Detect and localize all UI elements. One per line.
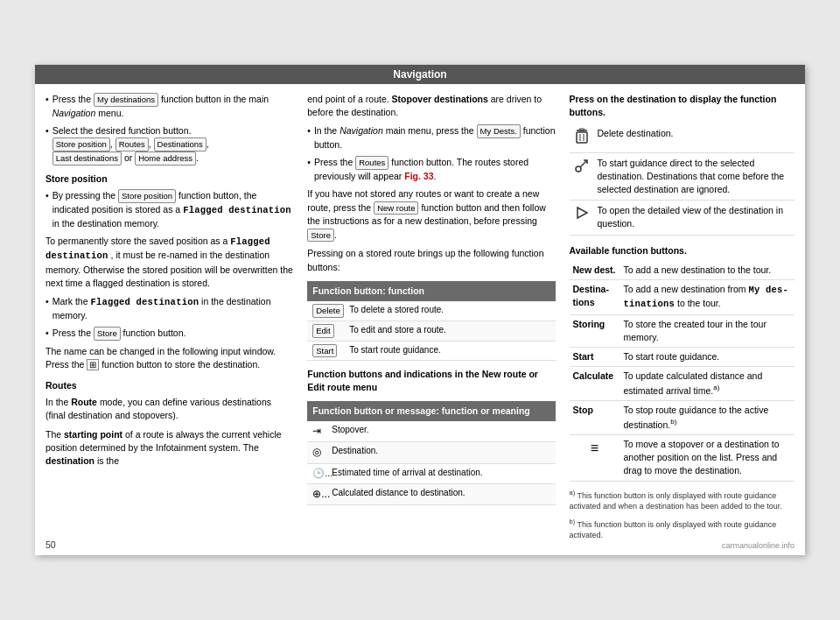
list-item: • In the Navigation main menu, press the… <box>307 124 555 151</box>
fig-ref: Fig. 33 <box>404 171 433 181</box>
stopover-icon: ⇥ <box>312 424 332 439</box>
flagged-dest-1: Flagged destination <box>183 205 291 215</box>
new-route-table-header: Function button or message: function or … <box>307 401 555 421</box>
badge-my-destinations[interactable]: My destinations <box>94 93 158 107</box>
middle-column: end point of a route. Stopover destinati… <box>307 93 555 546</box>
bullet-icon: • <box>46 327 49 341</box>
list-item: • Press the Store function button. <box>46 327 293 341</box>
badge-edit[interactable]: Edit <box>312 324 333 338</box>
mid-para2: If you have not stored any routes or wan… <box>307 187 555 242</box>
mid-para1: end point of a route. Stopover destinati… <box>307 93 555 119</box>
avail-label: Start <box>570 347 620 366</box>
func-table-header: Function button: function <box>307 281 555 301</box>
table-row: New dest. To add a new destination to th… <box>570 261 795 280</box>
detail-icon <box>570 201 594 235</box>
move-desc: To move a stopover or a destination to a… <box>620 435 795 482</box>
destination-icon: ◎ <box>312 445 332 460</box>
badge-routes[interactable]: Routes <box>116 137 149 151</box>
clock-icon: 🕒... <box>312 467 332 481</box>
icon-table: Delete destination. To start guidance di… <box>570 123 795 235</box>
bullet2-text: Select the desired function button. Stor… <box>52 124 209 166</box>
table-row: ⇥ Stopover. <box>307 421 555 442</box>
table-row: Calculate To update calculated distance … <box>570 367 795 401</box>
table-row: Edit To edit and store a route. <box>307 321 555 342</box>
bullet-icon: • <box>46 93 49 120</box>
mid-para3: Pressing on a stored route brings up the… <box>307 247 555 273</box>
avail-desc: To start route guidance. <box>620 347 795 366</box>
guidance-icon <box>570 152 594 201</box>
svg-rect-2 <box>579 129 584 130</box>
new-route-table: ⇥ Stopover. ◎ Destination. 🕒... Estimate… <box>307 421 555 505</box>
avail-label: Calculate <box>570 367 620 401</box>
table-row: Delete destination. <box>570 123 795 152</box>
svg-line-6 <box>580 160 587 167</box>
sp-para2: The name can be changed in the following… <box>46 345 293 372</box>
list-item: • Press the Routes function button. The … <box>307 156 555 183</box>
badge-new-route[interactable]: New route <box>374 201 418 215</box>
routes-title: Routes <box>46 379 293 392</box>
avail-label: Stop <box>570 401 620 435</box>
header-title: Navigation <box>393 68 446 81</box>
press-instruction: Press on the destination to display the … <box>570 93 795 118</box>
detail-desc: To open the detailed view of the destina… <box>594 201 795 235</box>
list-item: • Select the desired function button. St… <box>46 124 293 166</box>
badge-destinations[interactable]: Destinations <box>154 137 206 151</box>
right-column: Press on the destination to display the … <box>570 93 795 546</box>
badge-delete[interactable]: Delete <box>312 304 343 318</box>
sp-bullet3: Press the Store function button. <box>52 327 186 341</box>
table-row: Delete To delete a stored route. <box>307 301 555 321</box>
badge-my-dests[interactable]: My Dests. <box>477 124 521 138</box>
avail-table: New dest. To add a new destination to th… <box>570 261 795 482</box>
avail-desc: To update calculated distance and estima… <box>620 367 795 401</box>
distance-icon: ⊕... <box>312 487 332 502</box>
list-item: • Press the My destinations function but… <box>46 93 293 120</box>
table-row: 🕒... Estimated time of arrival at destin… <box>307 464 555 484</box>
badge-store[interactable]: Store <box>94 327 121 341</box>
badge-store-position[interactable]: Store position <box>52 137 110 151</box>
svg-rect-0 <box>577 132 587 143</box>
avail-desc: To add a new destination from My des­tin… <box>620 280 795 314</box>
bullet1-text: Press the My destinations function butto… <box>52 93 294 120</box>
flagged-dest-3: Flagged destination <box>90 297 199 307</box>
page-content: • Press the My destinations function but… <box>35 84 805 555</box>
table-row: Start To start route guidance. <box>570 347 795 366</box>
svg-marker-7 <box>578 208 587 218</box>
badge-home-address[interactable]: Home address <box>135 151 196 166</box>
page-number: 50 <box>46 539 56 550</box>
list-item: • By pressing the Store position functio… <box>46 189 293 230</box>
sp-bullet1: By pressing the Store position function … <box>52 189 294 230</box>
sp-para1: To permanently store the saved position … <box>46 235 293 290</box>
table-row: Destina-tions To add a new destination f… <box>570 280 795 314</box>
badge-store2[interactable]: Store <box>307 229 334 243</box>
delete-desc: Delete destination. <box>594 123 795 152</box>
bullet-icon: • <box>307 156 311 183</box>
badge-last-destinations[interactable]: Last destinations <box>52 151 122 166</box>
avail-desc: To stop route guidance to the active des… <box>620 401 795 435</box>
avail-desc: To add a new destination to the tour. <box>620 261 795 280</box>
new-route-title: Function buttons and indications in the … <box>307 368 555 393</box>
footnotes: a) This function button is only displaye… <box>570 489 795 541</box>
table-row: To start guidance direct to the selected… <box>570 152 795 201</box>
bullet-icon: • <box>46 189 49 230</box>
func-table: Delete To delete a stored route. Edit To… <box>307 301 555 361</box>
move-icon: ≡ <box>570 435 620 482</box>
page: Navigation • Press the My destinations f… <box>35 65 805 555</box>
badge-routes2[interactable]: Routes <box>355 156 388 170</box>
sp-bullet2: Mark the Flagged destination in the dest… <box>52 295 294 322</box>
table-row: Stop To stop route guidance to the activ… <box>570 401 795 435</box>
table-row: Storing To store the created tour in the… <box>570 314 795 347</box>
avail-label: Storing <box>570 314 620 347</box>
bullet-icon: • <box>46 124 49 166</box>
badge-start[interactable]: Start <box>312 344 337 358</box>
table-row: ◎ Destination. <box>307 442 555 463</box>
badge-store-position2[interactable]: Store position <box>118 189 176 203</box>
page-header: Navigation <box>35 65 805 84</box>
avail-label: Destina-tions <box>570 280 620 314</box>
guidance-desc: To start guidance direct to the selected… <box>594 152 795 201</box>
bullet-icon: • <box>307 124 311 151</box>
watermark-text: carmanualonline.info <box>722 541 794 550</box>
svg-point-5 <box>576 166 581 172</box>
avail-desc: To store the created tour in the tour me… <box>620 314 795 347</box>
table-row: ≡ To move a stopover or a destination to… <box>570 435 795 482</box>
list-item: • Mark the Flagged destination in the de… <box>46 295 293 322</box>
